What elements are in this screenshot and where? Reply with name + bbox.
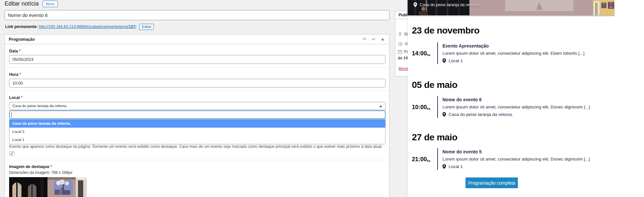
- day-heading: 05 de maio: [412, 80, 607, 90]
- publish-date-row: Pu: [398, 49, 409, 54]
- day-heading: 23 de novembro: [412, 25, 607, 36]
- metabox-title: Programação: [9, 37, 35, 42]
- hora-field-label: Hora *: [9, 72, 21, 77]
- featured-image-thumbnail[interactable]: [9, 177, 87, 197]
- triangle-up-icon[interactable]: [381, 37, 387, 43]
- event-location: Casa do peixe laranja da reitoria.: [442, 112, 590, 117]
- hora-field-input[interactable]: [9, 79, 386, 88]
- event-time: 14:00hs: [412, 42, 437, 64]
- event-item: 10:00hs Nome do evento 6 Lorem ipsum dol…: [412, 96, 607, 118]
- permalink-link[interactable]: http://150.164.63.214:8888/incubadora/ev…: [39, 24, 136, 29]
- local-search-input[interactable]: [9, 111, 385, 119]
- event-title: Nome do evento 6: [442, 97, 590, 102]
- permalink-row: Link permanente: http://150.164.63.214:8…: [5, 24, 154, 30]
- map-pin-icon: [442, 164, 446, 169]
- event-excerpt: Lorem ipsum dolor sit amet, consectetur …: [442, 157, 590, 162]
- calendar-icon: [398, 50, 402, 54]
- data-field-input[interactable]: [9, 55, 386, 64]
- chevron-down-icon[interactable]: [371, 37, 377, 42]
- banner-caption: Casa do peixe laranja da reitoria.: [414, 2, 479, 7]
- chevron-up-icon[interactable]: [362, 37, 368, 42]
- data-field-label: Data *: [9, 49, 20, 53]
- add-new-button[interactable]: Novo: [43, 1, 58, 7]
- event-title: Evento Apresentação: [442, 43, 585, 49]
- publish-status-row: St: [398, 32, 408, 36]
- event-time: 21:00hs: [412, 148, 437, 170]
- publish-time-fragment: às 14:: [398, 56, 409, 60]
- publish-visibility-row: Vi: [398, 42, 408, 46]
- edit-event-screen: Editar notícia Novo Link permanente: htt…: [0, 0, 644, 197]
- event-excerpt: Lorem ipsum dolor sit amet, consectetur …: [442, 51, 585, 56]
- day-heading: 27 de maio: [412, 132, 607, 143]
- caret-up-icon: [379, 105, 382, 107]
- field-separator: [5, 67, 389, 68]
- event-location: Local 1: [442, 58, 585, 63]
- programacao-completa-button[interactable]: Programação completa: [466, 177, 518, 188]
- programacao-metabox: Programação Data * Hora * Local * Casa d…: [5, 34, 389, 197]
- metabox-header[interactable]: Programação: [5, 35, 389, 44]
- eye-icon: [398, 42, 403, 46]
- destaque-checkbox[interactable]: [9, 151, 14, 156]
- preview-panel: Casa do peixe laranja da reitoria. 23 de…: [408, 0, 644, 197]
- local-option[interactable]: Casa do peixe laranja da reitoria.: [9, 120, 385, 128]
- local-option[interactable]: Local 2: [9, 128, 385, 136]
- text-cursor: [11, 112, 12, 117]
- field-separator: [5, 160, 389, 160]
- map-pin-icon: [414, 2, 417, 7]
- local-field-label: Local *: [9, 95, 22, 100]
- permalink-label: Link permanente:: [5, 24, 38, 29]
- imagem-field-label: Imagem de destaque *: [9, 164, 52, 169]
- pin-icon: [398, 32, 402, 36]
- field-separator: [5, 91, 389, 91]
- page-title: Editar notícia: [5, 0, 39, 7]
- post-title-input[interactable]: [5, 10, 389, 20]
- local-option[interactable]: Local 1: [9, 136, 385, 144]
- event-location: Local 1: [442, 164, 590, 169]
- local-selected-value: Casa do peixe laranja da reitoria.: [12, 104, 67, 108]
- local-options-dropdown: Casa do peixe laranja da reitoria. Local…: [9, 119, 386, 144]
- event-item: 14:00hs Evento Apresentação Lorem ipsum …: [412, 42, 607, 64]
- event-title: Nome do evento 5: [442, 149, 590, 154]
- permalink-edit-button[interactable]: Editar: [139, 24, 154, 30]
- event-item: 21:00hs Nome do evento 5 Lorem ipsum dol…: [412, 148, 607, 170]
- local-select[interactable]: Casa do peixe laranja da reitoria.: [9, 102, 386, 110]
- destaque-description: Evento que aparece como destaque na pági…: [9, 144, 383, 149]
- map-pin-icon: [442, 112, 446, 117]
- event-banner-image: Casa do peixe laranja da reitoria.: [408, 0, 614, 15]
- event-time: 10:00hs: [412, 96, 437, 118]
- imagem-dimensions-note: Dimensões da imagem: 786 x 288px: [9, 170, 72, 175]
- map-pin-icon: [442, 58, 446, 63]
- event-excerpt: Lorem ipsum dolor sit amet, consectetur …: [442, 105, 590, 109]
